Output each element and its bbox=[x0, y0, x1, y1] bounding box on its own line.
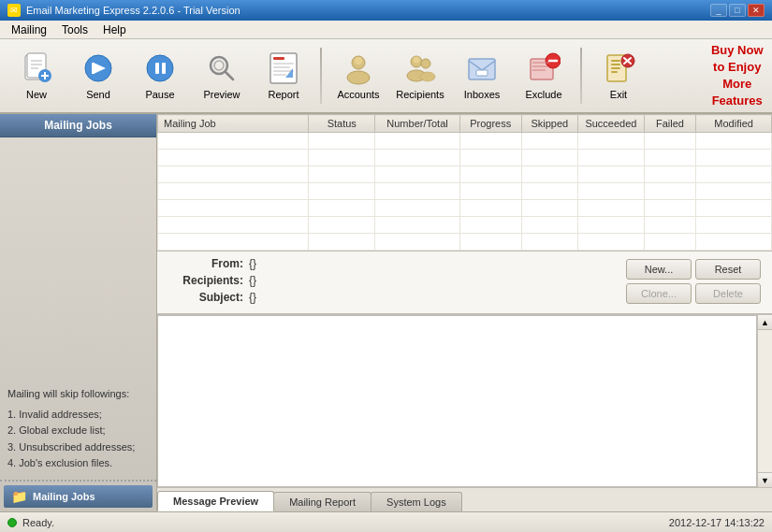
sidebar-info-line-2: 1. Invalid addresses; bbox=[7, 407, 149, 424]
svg-point-16 bbox=[214, 61, 224, 70]
recipients-icon bbox=[403, 51, 437, 85]
svg-rect-13 bbox=[162, 63, 166, 74]
menu-tools[interactable]: Tools bbox=[54, 22, 95, 38]
from-value: {} bbox=[249, 257, 256, 270]
table-row[interactable] bbox=[158, 133, 772, 150]
recipients-label: Recipients: bbox=[168, 274, 243, 287]
exclude-icon bbox=[527, 51, 561, 85]
accounts-button[interactable]: Accounts bbox=[329, 43, 387, 108]
pause-button[interactable]: Pause bbox=[131, 43, 189, 108]
new-icon bbox=[20, 51, 53, 85]
recipients-label: Recipients bbox=[396, 89, 444, 100]
clone-button[interactable]: Clone... bbox=[626, 283, 692, 304]
menu-mailing[interactable]: Mailing bbox=[4, 22, 54, 38]
col-failed: Failed bbox=[644, 115, 696, 133]
preview-icon bbox=[205, 51, 239, 85]
svg-line-15 bbox=[226, 72, 233, 79]
new-button[interactable]: New bbox=[7, 43, 66, 108]
from-label: From: bbox=[168, 257, 243, 270]
preview-area[interactable] bbox=[157, 315, 757, 487]
sidebar-info-line-4: 3. Unsubscribed addresses; bbox=[7, 439, 149, 456]
scrollbar-down[interactable]: ▼ bbox=[758, 472, 772, 487]
tab-system-logs[interactable]: System Logs bbox=[371, 492, 462, 511]
sidebar-header: Mailing Jobs bbox=[0, 114, 156, 137]
table-row[interactable] bbox=[158, 234, 772, 251]
accounts-label: Accounts bbox=[337, 89, 379, 100]
report-button[interactable]: Report bbox=[255, 43, 313, 108]
sidebar: Mailing Jobs Mailing will skip following… bbox=[0, 114, 157, 511]
title-bar: ✉ Email Marketing Express 2.2.0.6 - Tria… bbox=[0, 0, 772, 21]
report-icon bbox=[267, 51, 300, 85]
col-status: Status bbox=[309, 115, 375, 133]
maximize-button[interactable]: □ bbox=[729, 4, 746, 17]
app-icon: ✉ bbox=[7, 4, 21, 17]
send-icon bbox=[81, 51, 115, 85]
pause-icon bbox=[143, 51, 177, 85]
reset-button[interactable]: Reset bbox=[695, 259, 761, 280]
recipients-value: {} bbox=[249, 274, 256, 287]
window-title: Email Marketing Express 2.2.0.6 - Trial … bbox=[26, 5, 710, 16]
sidebar-info: Mailing will skip followings: 1. Invalid… bbox=[0, 379, 156, 480]
svg-point-30 bbox=[420, 72, 435, 81]
pause-label: Pause bbox=[145, 89, 174, 100]
bottom-tabs: Message Preview Mailing Report System Lo… bbox=[157, 487, 772, 511]
delete-button[interactable]: Delete bbox=[695, 283, 761, 304]
recipients-row: Recipients: {} bbox=[168, 274, 619, 287]
exit-label: Exit bbox=[610, 89, 627, 100]
new-job-button[interactable]: New... bbox=[626, 259, 692, 280]
inboxes-icon bbox=[465, 51, 499, 85]
table-row[interactable] bbox=[158, 166, 772, 183]
minimize-button[interactable]: _ bbox=[710, 4, 727, 17]
svg-rect-12 bbox=[155, 63, 159, 74]
table-row[interactable] bbox=[158, 217, 772, 234]
detail-fields: From: {} Recipients: {} Subject: {} bbox=[168, 257, 619, 308]
sidebar-info-line-1: Mailing will skip followings: bbox=[7, 386, 149, 403]
svg-rect-20 bbox=[273, 66, 290, 68]
table-row[interactable] bbox=[158, 183, 772, 200]
right-content: Mailing Job Status Number/Total Progress… bbox=[157, 114, 772, 511]
svg-point-27 bbox=[414, 57, 420, 64]
svg-point-25 bbox=[347, 71, 370, 84]
menu-bar: Mailing Tools Help bbox=[0, 21, 772, 39]
scrollbar-up[interactable]: ▲ bbox=[758, 315, 772, 330]
svg-rect-32 bbox=[476, 70, 488, 76]
tab-message-preview[interactable]: Message Preview bbox=[157, 491, 274, 511]
svg-point-29 bbox=[421, 59, 430, 68]
svg-rect-19 bbox=[273, 63, 294, 65]
subject-label: Subject: bbox=[168, 291, 243, 304]
status-text: Ready. bbox=[22, 517, 669, 528]
folder-icon: 📁 bbox=[11, 489, 27, 504]
table-row[interactable] bbox=[158, 200, 772, 217]
inboxes-button[interactable]: Inboxes bbox=[453, 43, 511, 108]
send-button[interactable]: Send bbox=[69, 43, 127, 108]
close-button[interactable]: ✕ bbox=[748, 4, 765, 17]
col-skipped: Skipped bbox=[521, 115, 578, 133]
sidebar-info-line-3: 2. Global exclude list; bbox=[7, 423, 149, 439]
sidebar-footer-tab[interactable]: 📁 Mailing Jobs bbox=[4, 485, 153, 508]
status-indicator bbox=[7, 518, 17, 527]
recipients-button[interactable]: Recipients bbox=[391, 43, 449, 108]
preview-button[interactable]: Preview bbox=[193, 43, 251, 108]
promo-text[interactable]: Buy Now to Enjoy More Features bbox=[710, 42, 765, 110]
menu-help[interactable]: Help bbox=[95, 22, 134, 38]
sidebar-info-line-5: 4. Job's exclusion files. bbox=[7, 455, 149, 472]
col-number-total: Number/Total bbox=[375, 115, 460, 133]
preview-container: ▲ ▼ bbox=[157, 314, 772, 487]
exclude-button[interactable]: Exclude bbox=[515, 43, 573, 108]
accounts-icon bbox=[342, 51, 375, 85]
subject-row: Subject: {} bbox=[168, 291, 619, 304]
tab-mailing-report[interactable]: Mailing Report bbox=[273, 492, 371, 511]
status-bar: Ready. 2012-12-17 14:13:22 bbox=[0, 511, 772, 532]
exclude-label: Exclude bbox=[525, 89, 561, 100]
btn-row-1: New... Reset bbox=[626, 259, 761, 280]
preview-scrollbar[interactable]: ▲ ▼ bbox=[757, 315, 772, 487]
detail-buttons: New... Reset Clone... Delete bbox=[626, 257, 761, 304]
report-label: Report bbox=[268, 89, 299, 100]
svg-rect-18 bbox=[273, 57, 284, 60]
table-row[interactable] bbox=[158, 150, 772, 166]
status-datetime: 2012-12-17 14:13:22 bbox=[669, 517, 765, 528]
exit-button[interactable]: Exit bbox=[590, 43, 648, 108]
svg-rect-42 bbox=[611, 67, 620, 69]
svg-point-11 bbox=[147, 55, 173, 81]
svg-rect-22 bbox=[273, 74, 286, 76]
